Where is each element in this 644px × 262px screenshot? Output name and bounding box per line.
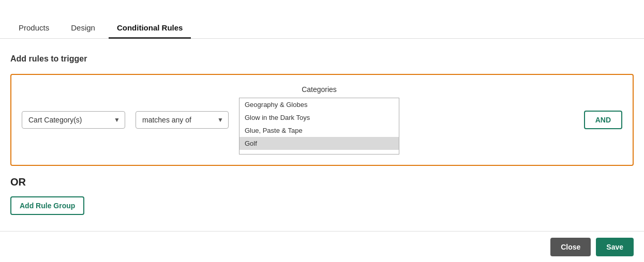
cart-category-wrapper[interactable]: Cart Category(s) ▼ (22, 111, 125, 129)
list-item[interactable]: Glue, Paste & Tape (239, 124, 399, 137)
categories-list[interactable]: Geography & Globes Glow in the Dark Toys… (239, 98, 399, 155)
list-item[interactable]: Glow in the Dark Toys (239, 111, 399, 124)
section-title: Add rules to trigger (10, 54, 634, 64)
bottom-footer: Close Save (0, 231, 644, 262)
rule-group-box: Cart Category(s) ▼ matches any of ▼ Cate… (10, 74, 634, 166)
add-rule-group-button[interactable]: Add Rule Group (10, 196, 84, 215)
categories-title: Categories (239, 85, 399, 94)
matches-select[interactable]: matches any of (136, 111, 229, 129)
cart-category-select[interactable]: Cart Category(s) (22, 111, 125, 129)
or-label: OR (10, 176, 634, 188)
list-item[interactable]: Golf (239, 137, 399, 150)
close-button[interactable]: Close (550, 238, 591, 256)
save-button[interactable]: Save (596, 238, 634, 256)
list-item[interactable]: Geography & Globes (239, 98, 399, 111)
tab-design[interactable]: Design (63, 18, 103, 39)
and-button[interactable]: AND (584, 111, 622, 129)
top-nav: Products Design Conditional Rules (0, 0, 644, 39)
categories-panel: Categories Geography & Globes Glow in th… (239, 85, 399, 155)
tab-conditional-rules[interactable]: Conditional Rules (109, 18, 191, 39)
tab-products[interactable]: Products (10, 18, 57, 39)
matches-wrapper[interactable]: matches any of ▼ (136, 111, 229, 129)
main-content: Add rules to trigger Cart Category(s) ▼ … (0, 39, 644, 225)
